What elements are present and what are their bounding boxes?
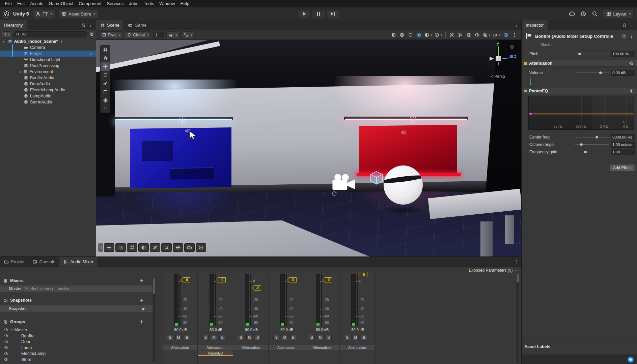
hand-tool[interactable]	[101, 54, 110, 62]
m-button[interactable]: M	[211, 335, 217, 340]
lock-icon[interactable]	[622, 23, 627, 28]
eye-icon[interactable]	[4, 345, 8, 350]
layout-dropdown[interactable]: Layout ▾	[603, 9, 634, 18]
grid-visibility-dropdown[interactable]: ▾	[166, 31, 179, 38]
group-row-electriclamp[interactable]: ElectricLamp	[0, 351, 153, 357]
axis-z-cone[interactable]	[510, 55, 513, 58]
paint-overlay-button[interactable]	[150, 243, 160, 252]
hierarchy-item-dooraudio[interactable]: DoorAudio	[0, 81, 96, 87]
b-button[interactable]: B	[219, 335, 225, 340]
fader-track[interactable]	[179, 274, 181, 326]
search-button[interactable]	[591, 10, 598, 17]
layout-overlay-button[interactable]	[115, 243, 126, 252]
axis-x-cone[interactable]	[490, 57, 494, 61]
menu-tools[interactable]: Tools	[141, 0, 157, 7]
b-button[interactable]: B	[255, 335, 261, 340]
account-button[interactable]: FT ▾	[32, 9, 55, 18]
effect-slot-attenuation[interactable]: Attenuation	[304, 344, 339, 350]
hierarchy-item-firepit[interactable]: Firepit ›	[0, 51, 96, 57]
param-field[interactable]: 8000.00 Hz	[611, 134, 635, 140]
search-overlay-button[interactable]	[161, 243, 172, 252]
kebab-menu-icon[interactable]	[630, 23, 634, 28]
hierarchy-item-directional-light[interactable]: Directional Light	[0, 57, 96, 63]
s-button[interactable]: S	[238, 335, 244, 340]
s-button[interactable]: S	[344, 335, 350, 340]
fader-track[interactable]	[250, 274, 251, 326]
m-button[interactable]: M	[353, 335, 359, 340]
tab-project[interactable]: Project	[0, 257, 28, 267]
gear-icon[interactable]	[629, 61, 634, 66]
fader-track[interactable]	[286, 274, 287, 326]
m-button[interactable]: M	[175, 335, 182, 340]
parameq-curve-graph[interactable]: 55 Hz307 Hz2 kHz9 kHz	[528, 96, 634, 130]
lighting-toggle-button[interactable]	[398, 31, 406, 39]
fader-track[interactable]	[215, 274, 216, 326]
mixer-strip-4[interactable]: 0-20-40-60-80 0 -80.0 dB SMB Attenuation	[269, 273, 304, 364]
menu-gameobject[interactable]: GameObject	[46, 0, 76, 7]
handle-space-dropdown[interactable]: Global ▾	[125, 31, 151, 38]
more-tools[interactable]	[101, 104, 110, 113]
eye-icon[interactable]	[4, 328, 8, 332]
gear-icon[interactable]	[629, 89, 634, 93]
m-button[interactable]: M	[246, 335, 252, 340]
label-tag-button[interactable]	[628, 357, 634, 363]
asset-store-button[interactable]: Asset Store ▾	[58, 9, 99, 18]
filter-icon[interactable]	[89, 32, 94, 36]
sphere-object[interactable]	[384, 165, 423, 205]
hierarchy-item-bonfireaudio[interactable]: BonfireAudio	[0, 75, 96, 81]
shading-overlay-button[interactable]	[138, 243, 149, 252]
param-slider[interactable]	[575, 144, 609, 145]
grid-size-field[interactable]: 1	[153, 32, 164, 38]
lock-icon[interactable]	[81, 23, 86, 28]
scrollbar-vertical[interactable]	[516, 273, 519, 363]
eye-icon[interactable]	[4, 340, 8, 344]
kebab-menu-icon[interactable]	[514, 260, 519, 264]
volume-slider[interactable]	[575, 72, 609, 73]
prefab-open-arrow[interactable]: ›	[90, 51, 92, 56]
group-row-bonfire[interactable]: Bonfire	[0, 333, 153, 339]
scrollbar-vertical[interactable]	[153, 278, 156, 362]
layer-stack-dropdown[interactable]: ▾	[482, 31, 491, 39]
fader-handle[interactable]: 5	[358, 272, 367, 277]
cloud-services-button[interactable]	[502, 31, 509, 39]
add-gameobject-button[interactable]: +▾	[2, 31, 11, 37]
pitch-field[interactable]: 100.00 %	[611, 51, 635, 57]
axis-z-label[interactable]: z	[514, 54, 516, 59]
collapse-arrow-icon[interactable]: ▾	[3, 40, 4, 43]
eq-curve-handle[interactable]	[529, 113, 532, 115]
play-button[interactable]	[298, 9, 311, 18]
expand-arrow-icon[interactable]: ▸	[19, 70, 23, 73]
scene-visibility-button[interactable]	[474, 31, 481, 39]
param-slider[interactable]	[575, 152, 609, 152]
s-button[interactable]: S	[167, 335, 173, 340]
m-button[interactable]: M	[317, 335, 323, 340]
effect-slot-parameq[interactable]: ParamEQ	[198, 350, 233, 356]
b-button[interactable]: B	[361, 335, 367, 340]
menu-window[interactable]: Window	[157, 0, 177, 7]
scene-menu-button[interactable]	[510, 31, 518, 39]
eye-icon[interactable]	[4, 334, 8, 338]
transform-overlay-button[interactable]	[173, 243, 183, 252]
parameq-header[interactable]: ParamEQ	[522, 88, 637, 94]
tab-scene[interactable]: Scene	[96, 20, 124, 30]
hierarchy-item-stormaudio[interactable]: StormAudio	[0, 99, 96, 105]
fader-track[interactable]	[357, 274, 358, 326]
light-gizmo-left[interactable]	[177, 116, 187, 126]
hierarchy-item-camera[interactable]: Camera	[0, 44, 96, 51]
eye-icon[interactable]	[4, 352, 8, 356]
transform-tool[interactable]	[101, 96, 110, 104]
mixer-strip-2[interactable]: 0-20-40-60-80 0 -80.0 dB SMB Attenuation…	[198, 273, 233, 364]
grid-overlay-button[interactable]	[127, 243, 137, 252]
camera-overlay-button[interactable]	[184, 243, 195, 252]
output-mixer-label[interactable]: Master	[541, 42, 553, 47]
shading-mode-button[interactable]	[390, 31, 397, 39]
add-effect-button[interactable]: Add Effect	[610, 164, 635, 171]
light-fixture-right[interactable]	[344, 117, 468, 120]
b-button[interactable]: B	[326, 335, 332, 340]
s-button[interactable]: S	[202, 335, 209, 340]
menu-edit[interactable]: Edit	[15, 0, 27, 7]
mixer-strip-3[interactable]: 0-20-40-60-80 -5 -80.0 dB SMB Attenuatio…	[233, 273, 269, 364]
help-icon[interactable]: ?	[621, 34, 627, 39]
add-group-button[interactable]	[139, 319, 144, 325]
orientation-gizmo[interactable]: y z < Persp	[476, 41, 521, 81]
